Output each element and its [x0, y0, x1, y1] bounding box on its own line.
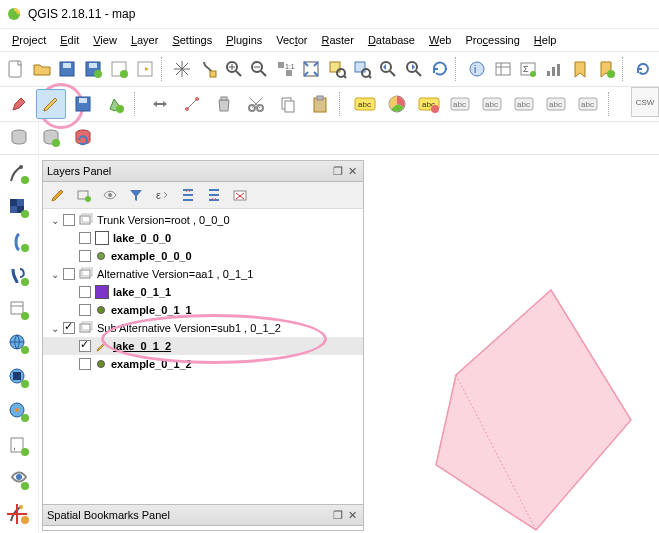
menu-settings[interactable]: Settings	[166, 31, 218, 49]
current-edits-button[interactable]	[4, 89, 34, 119]
visibility-checkbox[interactable]	[79, 286, 91, 298]
copy-features-button[interactable]	[273, 89, 303, 119]
add-wms-layer-button[interactable]	[5, 330, 33, 358]
menu-web[interactable]: Web	[423, 31, 457, 49]
highlight-labels-button[interactable]: abc	[414, 89, 444, 119]
undock-panel-button[interactable]: ❐	[331, 164, 345, 178]
visibility-checkbox[interactable]	[79, 250, 91, 262]
rotate-label-button[interactable]: abc	[542, 89, 572, 119]
menu-raster[interactable]: Raster	[315, 31, 359, 49]
zoom-last-button[interactable]	[376, 54, 400, 84]
visibility-checkbox[interactable]	[79, 232, 91, 244]
save-layer-edits-button[interactable]	[68, 89, 98, 119]
expand-icon[interactable]: ⌄	[49, 322, 61, 334]
save-project-as-button[interactable]	[81, 54, 105, 84]
remove-layer-button[interactable]	[229, 184, 251, 206]
layer-item[interactable]: lake_0_1_1	[43, 283, 363, 301]
menu-project[interactable]: Project	[6, 31, 52, 49]
open-attribute-table-button[interactable]	[491, 54, 515, 84]
identify-button[interactable]: i	[465, 54, 489, 84]
paste-features-button[interactable]	[305, 89, 335, 119]
change-label-button[interactable]: abc	[574, 89, 604, 119]
menu-help[interactable]: Help	[528, 31, 563, 49]
refresh-button[interactable]	[428, 54, 452, 84]
add-postgis-layer-button[interactable]	[5, 262, 33, 290]
move-label-button[interactable]: abc	[510, 89, 540, 119]
layer-group[interactable]: ⌄Trunk Version=root , 0_0_0	[43, 211, 363, 229]
zoom-to-layer-button[interactable]	[350, 54, 374, 84]
layer-item[interactable]: example_0_1_2	[43, 355, 363, 373]
filter-legend-button[interactable]	[125, 184, 147, 206]
zoom-to-selection-button[interactable]	[325, 54, 349, 84]
filter-by-expression-button[interactable]: ε	[151, 184, 173, 206]
node-tool-button[interactable]	[177, 89, 207, 119]
add-delimited-text-layer-button[interactable]: ,	[5, 432, 33, 460]
add-group-button[interactable]	[73, 184, 95, 206]
new-project-button[interactable]	[4, 54, 28, 84]
menu-database[interactable]: Database	[362, 31, 421, 49]
cut-features-button[interactable]	[241, 89, 271, 119]
undock-panel-button[interactable]: ❐	[331, 508, 345, 522]
composer-manager-button[interactable]	[133, 54, 157, 84]
menu-processing[interactable]: Processing	[459, 31, 525, 49]
new-print-composer-button[interactable]	[107, 54, 131, 84]
zoom-native-button[interactable]: 1:1	[273, 54, 297, 84]
close-panel-button[interactable]: ✕	[345, 508, 359, 522]
new-bookmark-button[interactable]	[594, 54, 618, 84]
menu-plugins[interactable]: Plugins	[220, 31, 268, 49]
save-project-button[interactable]	[56, 54, 80, 84]
field-calculator-button[interactable]: Σ	[517, 54, 541, 84]
menu-view[interactable]: View	[87, 31, 123, 49]
move-feature-button[interactable]	[145, 89, 175, 119]
layer-style-button[interactable]	[47, 184, 69, 206]
layers-tree[interactable]: ⌄Trunk Version=root , 0_0_0lake_0_0_0exa…	[43, 209, 363, 507]
add-mssql-layer-button[interactable]	[5, 296, 33, 324]
statistics-button[interactable]	[542, 54, 566, 84]
layer-diagram-options-button[interactable]	[382, 89, 412, 119]
db-refresh-button[interactable]	[68, 123, 98, 153]
zoom-full-button[interactable]	[299, 54, 323, 84]
layer-group[interactable]: ⌄Alternative Version=aa1 , 0_1_1	[43, 265, 363, 283]
add-vector-layer-button[interactable]	[5, 160, 33, 188]
pin-labels-button[interactable]: abc	[446, 89, 476, 119]
menu-vector[interactable]: Vector	[270, 31, 313, 49]
expand-icon[interactable]: ⌄	[49, 268, 61, 280]
add-feature-button[interactable]	[100, 89, 130, 119]
layers-panel-header[interactable]: Layers Panel ❐ ✕	[43, 161, 363, 182]
layer-item[interactable]: example_0_0_0	[43, 247, 363, 265]
add-spatialite-layer-button[interactable]	[5, 228, 33, 256]
collapse-all-button[interactable]	[203, 184, 225, 206]
visibility-checkbox[interactable]	[79, 340, 91, 352]
coordinate-capture-button[interactable]	[6, 503, 28, 527]
visibility-checkbox[interactable]	[79, 358, 91, 370]
pan-to-selection-button[interactable]	[196, 54, 220, 84]
layer-item[interactable]: lake_0_0_0	[43, 229, 363, 247]
show-hide-labels-button[interactable]: abc	[478, 89, 508, 119]
layer-item[interactable]: example_0_1_1	[43, 301, 363, 319]
expand-all-button[interactable]	[177, 184, 199, 206]
toggle-editing-button[interactable]	[36, 89, 66, 119]
manage-visibility-button[interactable]	[99, 184, 121, 206]
zoom-out-button[interactable]	[247, 54, 271, 84]
layer-group[interactable]: ⌄Sub Alternative Version=sub1 , 0_1_2	[43, 319, 363, 337]
visibility-checkbox[interactable]	[79, 304, 91, 316]
open-project-button[interactable]	[30, 54, 54, 84]
add-wfs-layer-button[interactable]	[5, 398, 33, 426]
layer-labeling-options-button[interactable]: abc	[350, 89, 380, 119]
csw-button[interactable]: CSW	[631, 87, 659, 117]
add-wcs-layer-button[interactable]	[5, 364, 33, 392]
layer-item[interactable]: lake_0_1_2	[43, 337, 363, 355]
map-canvas[interactable]	[366, 160, 659, 533]
refresh-map-button[interactable]	[631, 54, 655, 84]
visibility-checkbox[interactable]	[63, 322, 75, 334]
pan-map-button[interactable]	[170, 54, 194, 84]
zoom-in-button[interactable]	[222, 54, 246, 84]
bookmarks-button[interactable]	[568, 54, 592, 84]
db-add-button[interactable]	[36, 123, 66, 153]
bookmarks-panel-header[interactable]: Spatial Bookmarks Panel ❐ ✕	[43, 505, 363, 526]
visibility-checkbox[interactable]	[63, 214, 75, 226]
delete-selected-button[interactable]	[209, 89, 239, 119]
visibility-checkbox[interactable]	[63, 268, 75, 280]
expand-icon[interactable]: ⌄	[49, 214, 61, 226]
menu-edit[interactable]: Edit	[54, 31, 85, 49]
